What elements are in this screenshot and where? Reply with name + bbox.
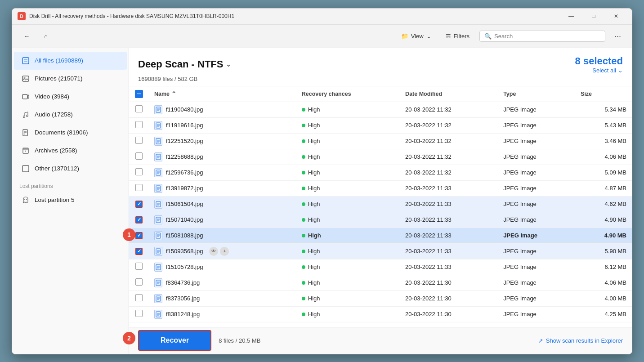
sidebar-item-other[interactable]: Other (1370112) xyxy=(14,160,127,178)
sidebar-item-documents[interactable]: Documents (81906) xyxy=(14,124,127,142)
row-checkbox-cell[interactable] xyxy=(129,165,149,180)
row-type: JPEG Image xyxy=(498,149,575,165)
preview-eye-icon[interactable]: 👁 xyxy=(209,247,218,256)
file-type-icon xyxy=(154,278,162,287)
minimize-button[interactable]: — xyxy=(561,10,581,22)
archives-icon xyxy=(21,146,30,155)
row-recovery: High xyxy=(296,290,400,306)
row-checkbox[interactable] xyxy=(135,278,143,286)
sidebar-item-pictures[interactable]: Pictures (215071) xyxy=(14,70,127,88)
row-checkbox-cell[interactable] xyxy=(129,133,149,149)
recovery-text: High xyxy=(308,106,320,113)
row-checkbox-cell[interactable] xyxy=(129,102,149,117)
row-checkbox-cell[interactable] xyxy=(129,259,149,275)
close-button[interactable]: ✕ xyxy=(606,10,626,22)
main-layout: All files (1690889) Pictures (215071) Vi… xyxy=(12,48,632,354)
svg-rect-0 xyxy=(22,58,29,64)
search-box[interactable]: 🔍 xyxy=(479,31,605,42)
row-checkbox[interactable] xyxy=(135,232,143,239)
row-checkbox-cell[interactable] xyxy=(129,196,149,212)
row-checkbox-cell[interactable] xyxy=(129,212,149,228)
recovery-dot xyxy=(302,108,305,112)
row-recovery: High xyxy=(296,180,400,196)
row-checkbox-cell[interactable] xyxy=(129,290,149,306)
maximize-button[interactable]: □ xyxy=(583,10,604,22)
ghost-icon xyxy=(21,196,30,205)
row-checkbox[interactable] xyxy=(135,121,143,128)
row-checkbox[interactable] xyxy=(135,248,143,255)
table-header-row: Name ⌃ Recovery chances Date Modified Ty… xyxy=(129,86,632,102)
sidebar-item-archives[interactable]: Archives (2558) xyxy=(14,142,127,160)
recovery-text: High xyxy=(308,311,320,317)
row-size: 4.90 MB xyxy=(575,228,632,243)
lost-partition-5-label: Lost partition 5 xyxy=(35,197,75,203)
row-size: 5.34 MB xyxy=(575,102,632,117)
content-header: Deep Scan - NTFS ⌄ 8 selected Select all… xyxy=(129,48,632,86)
header-checkbox[interactable] xyxy=(135,90,143,98)
sidebar-item-video[interactable]: Video (3984) xyxy=(14,88,127,106)
row-date: 20-03-2022 11:32 xyxy=(400,117,498,133)
row-checkbox[interactable] xyxy=(135,137,143,144)
header-checkbox-cell[interactable] xyxy=(129,86,149,102)
filters-button[interactable]: ☴ Filters xyxy=(441,30,474,42)
file-type-icon xyxy=(154,121,162,130)
file-type-icon xyxy=(154,231,162,240)
view-label: View xyxy=(411,33,424,40)
svg-point-7 xyxy=(23,116,25,117)
file-table: Name ⌃ Recovery chances Date Modified Ty… xyxy=(129,86,632,322)
row-checkbox-cell[interactable] xyxy=(129,117,149,133)
row-checkbox-cell[interactable] xyxy=(129,275,149,290)
sidebar-item-lost-partition-5[interactable]: Lost partition 5 xyxy=(14,191,127,209)
row-checkbox[interactable] xyxy=(135,294,143,301)
row-checkbox-cell[interactable] xyxy=(129,306,149,322)
row-checkbox[interactable] xyxy=(135,184,143,191)
footer-info: 8 files / 20.5 MB xyxy=(219,337,531,344)
row-checkbox[interactable] xyxy=(135,216,143,223)
other-icon xyxy=(21,164,30,173)
header-name: Name ⌃ xyxy=(149,86,296,102)
row-checkbox-cell[interactable] xyxy=(129,180,149,196)
row-checkbox[interactable] xyxy=(135,263,143,270)
row-type: JPEG Image xyxy=(498,165,575,180)
more-button[interactable]: ··· xyxy=(611,30,625,43)
row-recovery: High xyxy=(296,243,400,259)
row-name: f8381248.jpg xyxy=(149,306,296,322)
title-dropdown-icon[interactable]: ⌄ xyxy=(226,61,231,68)
recover-button[interactable]: Recover xyxy=(138,330,211,351)
other-label: Other (1370112) xyxy=(35,165,79,172)
recovery-text: High xyxy=(308,185,320,192)
row-size: 5.90 MB xyxy=(575,243,632,259)
recovery-dot xyxy=(302,234,305,237)
row-recovery: High xyxy=(296,149,400,165)
header-type: Type xyxy=(498,86,575,102)
row-checkbox[interactable] xyxy=(135,168,143,175)
sidebar-item-all-files[interactable]: All files (1690889) xyxy=(14,52,127,70)
row-checkbox[interactable] xyxy=(135,310,143,317)
row-checkbox-cell[interactable] xyxy=(129,243,149,259)
recovery-text: High xyxy=(308,138,320,144)
row-size: 4.90 MB xyxy=(575,212,632,228)
preview-add-icon[interactable]: + xyxy=(220,247,229,256)
pictures-label: Pictures (215071) xyxy=(35,75,83,82)
row-checkbox[interactable] xyxy=(135,201,143,208)
select-all-button[interactable]: Select all ⌄ xyxy=(592,67,623,74)
back-button[interactable]: ← xyxy=(19,30,34,42)
row-size: 4.00 MB xyxy=(575,290,632,306)
select-all-label: Select all xyxy=(592,67,616,74)
view-button[interactable]: 📁 View ⌄ xyxy=(397,30,436,42)
home-button[interactable]: ⌂ xyxy=(40,30,52,42)
file-table-container[interactable]: Name ⌃ Recovery chances Date Modified Ty… xyxy=(129,86,632,327)
row-size: 4.06 MB xyxy=(575,149,632,165)
row-checkbox[interactable] xyxy=(135,105,143,112)
row-checkbox[interactable] xyxy=(135,152,143,160)
file-type-icon xyxy=(154,247,162,256)
row-checkbox-cell[interactable] xyxy=(129,149,149,165)
file-count-info: 1690889 files / 582 GB xyxy=(138,76,623,82)
sidebar-item-audio[interactable]: Audio (17258) xyxy=(14,106,127,124)
table-row: f15105728.jpgHigh20-03-2022 11:33JPEG Im… xyxy=(129,259,632,275)
search-input[interactable] xyxy=(494,33,600,40)
row-type: JPEG Image xyxy=(498,133,575,149)
scan-title-text: Deep Scan - NTFS xyxy=(138,58,223,70)
row-date: 20-03-2022 11:33 xyxy=(400,196,498,212)
show-in-explorer-button[interactable]: ➚ Show scan results in Explorer xyxy=(538,337,623,344)
